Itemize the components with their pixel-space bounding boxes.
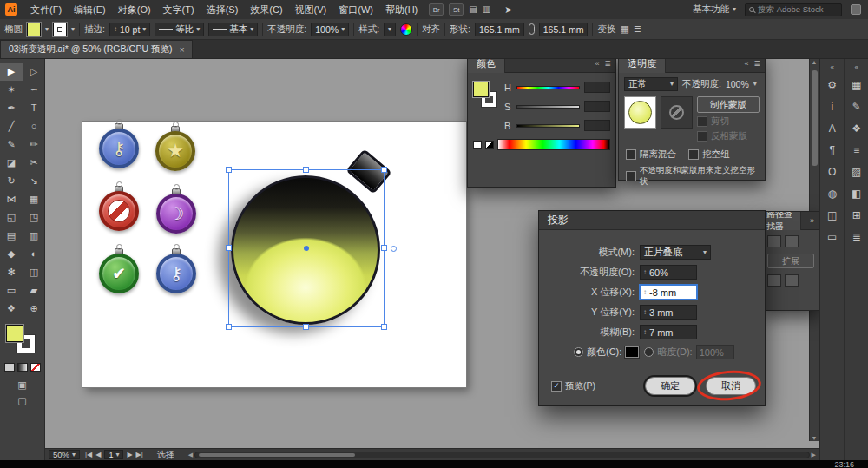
blur-input[interactable]: ↕7 mm bbox=[640, 325, 697, 339]
magic-wand-tool[interactable]: ✶ bbox=[0, 81, 23, 99]
hue-slider[interactable] bbox=[516, 86, 580, 89]
scissors-tool[interactable]: ✂ bbox=[23, 154, 45, 172]
badge-no-entry-red[interactable] bbox=[99, 191, 139, 231]
unite-icon[interactable] bbox=[767, 235, 781, 247]
menu-item[interactable]: 对象(O) bbox=[112, 0, 157, 19]
transparency-panel-icon[interactable]: ◧ bbox=[846, 183, 867, 204]
grid-options-icon[interactable]: ▦ bbox=[620, 24, 628, 34]
x-offset-input[interactable]: ↕-8 mm bbox=[640, 285, 697, 300]
shape-width-input[interactable]: 165.1 mm bbox=[475, 23, 524, 36]
object-thumbnail[interactable] bbox=[624, 96, 656, 129]
selection-handle-w[interactable] bbox=[226, 245, 232, 251]
chevron-down-icon[interactable]: ▾ bbox=[753, 81, 757, 88]
transform-reference-dot[interactable] bbox=[391, 246, 397, 252]
black-white-swatch[interactable] bbox=[485, 141, 494, 149]
character-panel-icon[interactable]: A bbox=[822, 118, 843, 139]
scale-tool[interactable]: ↘ bbox=[23, 172, 45, 190]
paragraph-panel-icon[interactable]: ¶ bbox=[822, 140, 843, 161]
menu-item[interactable]: 文件(F) bbox=[24, 0, 68, 19]
selection-handle-sw[interactable] bbox=[226, 324, 232, 330]
brush-definition-select[interactable]: 基本▾ bbox=[208, 23, 258, 36]
type-tool[interactable]: T bbox=[23, 99, 45, 117]
stroke-color-swatch[interactable] bbox=[53, 23, 67, 36]
ok-button[interactable]: 确定 bbox=[645, 377, 695, 395]
collapse-icon[interactable]: « bbox=[831, 62, 834, 74]
document-layout-icon[interactable]: ▥ bbox=[483, 5, 490, 14]
document-tab[interactable]: 03渐变透明.ai* @ 50% (RGB/GPU 预览) × bbox=[0, 40, 193, 58]
menu-item[interactable]: 选择(S) bbox=[201, 0, 245, 19]
brightness-value-input[interactable] bbox=[584, 120, 610, 131]
artboard-number-select[interactable]: 1▾ bbox=[104, 450, 123, 459]
stepper-icon[interactable]: ↕ bbox=[643, 269, 647, 276]
window-app-icon[interactable] bbox=[851, 4, 861, 15]
stroke-dropdown-icon[interactable]: ▾ bbox=[71, 26, 75, 33]
last-artboard-button[interactable]: ▶| bbox=[136, 452, 143, 458]
paintbrush-tool[interactable]: ✎ bbox=[0, 135, 23, 154]
symbol-sprayer-tool[interactable]: ✻ bbox=[0, 263, 23, 281]
isolate-blending-checkbox[interactable]: 隔离混合 bbox=[626, 148, 676, 161]
align-label[interactable]: 对齐 bbox=[422, 23, 440, 36]
badge-key-blue[interactable]: ⚷ bbox=[99, 129, 139, 168]
recolor-artwork-icon[interactable] bbox=[400, 23, 412, 36]
preview-checkbox[interactable]: ✓ 预览(P) bbox=[551, 380, 595, 392]
link-dimensions-icon[interactable] bbox=[529, 23, 535, 35]
blend-mode-select[interactable]: 正常 ▾ bbox=[624, 77, 678, 91]
blend-tool[interactable]: ◐ bbox=[23, 245, 45, 263]
menu-item[interactable]: 文字(T) bbox=[157, 0, 201, 19]
saturation-value-input[interactable] bbox=[584, 101, 610, 112]
minus-front-icon[interactable] bbox=[785, 235, 799, 247]
perspective-grid-tool[interactable]: ◳ bbox=[23, 208, 45, 227]
none-mode-button[interactable] bbox=[30, 363, 41, 372]
free-transform-tool[interactable]: ▦ bbox=[23, 190, 45, 208]
collapse-icon[interactable]: « bbox=[744, 60, 748, 68]
y-offset-input[interactable]: ↕3 mm bbox=[640, 305, 697, 320]
eraser-tool[interactable]: ◪ bbox=[0, 154, 23, 172]
gradient-mode-button[interactable] bbox=[17, 363, 28, 372]
swatches-panel-icon[interactable]: ▦ bbox=[846, 75, 867, 96]
badge-star-gold[interactable]: ★ bbox=[155, 131, 195, 171]
selection-handle-s[interactable] bbox=[303, 324, 309, 330]
arrange-documents-icon[interactable]: ▤ bbox=[469, 5, 477, 14]
color-mode-button[interactable] bbox=[4, 363, 15, 372]
stepper-icon[interactable]: ↕ bbox=[643, 329, 647, 336]
stepper-icon[interactable]: ↕ bbox=[643, 309, 647, 316]
zoom-level-select[interactable]: 50% ▾ bbox=[49, 450, 80, 459]
menu-item[interactable]: 效果(C) bbox=[244, 0, 288, 19]
chevron-down-icon[interactable]: ▾ bbox=[388, 26, 391, 33]
stepper-icon[interactable]: ↕ bbox=[114, 26, 117, 33]
badge-key-blue-2[interactable]: ⚷ bbox=[156, 254, 196, 293]
prev-artboard-button[interactable]: ◀ bbox=[95, 452, 101, 458]
pencil-tool[interactable]: ✏ bbox=[23, 135, 45, 154]
hand-tool[interactable]: ❖ bbox=[0, 300, 23, 318]
make-mask-button[interactable]: 制作蒙版 bbox=[697, 96, 760, 113]
opacity-input[interactable]: 100%▾ bbox=[311, 23, 349, 36]
selection-handle-e[interactable] bbox=[381, 245, 387, 251]
gradient-tool[interactable]: ▥ bbox=[23, 227, 45, 245]
opentype-panel-icon[interactable]: O bbox=[822, 161, 843, 182]
scroll-down-icon[interactable]: ▼ bbox=[812, 435, 818, 441]
slice-tool[interactable]: ▰ bbox=[23, 281, 45, 300]
style-select[interactable]: ▾ bbox=[384, 23, 396, 36]
libraries-panel-icon[interactable]: ≣ bbox=[846, 227, 867, 247]
ellipse-tool[interactable]: ○ bbox=[23, 117, 45, 135]
collapse-icon[interactable]: « bbox=[595, 60, 599, 68]
brightness-slider[interactable] bbox=[516, 124, 580, 128]
selection-handle-nw[interactable] bbox=[226, 167, 232, 173]
close-icon[interactable]: × bbox=[180, 45, 185, 55]
expand-icon[interactable]: » bbox=[810, 217, 814, 225]
stroke-weight-input[interactable]: ↕10 pt▾ bbox=[109, 23, 150, 36]
screen-mode-icon[interactable]: ▢ bbox=[17, 395, 26, 406]
shadow-mode-select[interactable]: 正片叠底 ▾ bbox=[640, 245, 711, 260]
tab-pathfinder[interactable]: 路径查找器 bbox=[763, 212, 801, 230]
shape-height-input[interactable]: 165.1 mm bbox=[539, 23, 589, 36]
info-panel-icon[interactable]: i bbox=[822, 96, 843, 117]
knockout-group-checkbox[interactable]: 挖空组 bbox=[688, 148, 730, 161]
line-segment-tool[interactable]: ╱ bbox=[0, 117, 23, 135]
align-panel-icon[interactable]: ⊞ bbox=[846, 205, 867, 226]
selection-handle-se[interactable] bbox=[381, 324, 387, 330]
darkness-radio[interactable] bbox=[644, 347, 654, 357]
opacity-mask-knockout-checkbox[interactable]: 不透明度和蒙版用来定义挖空形状 bbox=[626, 165, 761, 188]
rotate-tool[interactable]: ↻ bbox=[0, 172, 23, 190]
trim-icon[interactable] bbox=[785, 274, 799, 287]
chevron-down-icon[interactable]: ▾ bbox=[250, 26, 253, 33]
